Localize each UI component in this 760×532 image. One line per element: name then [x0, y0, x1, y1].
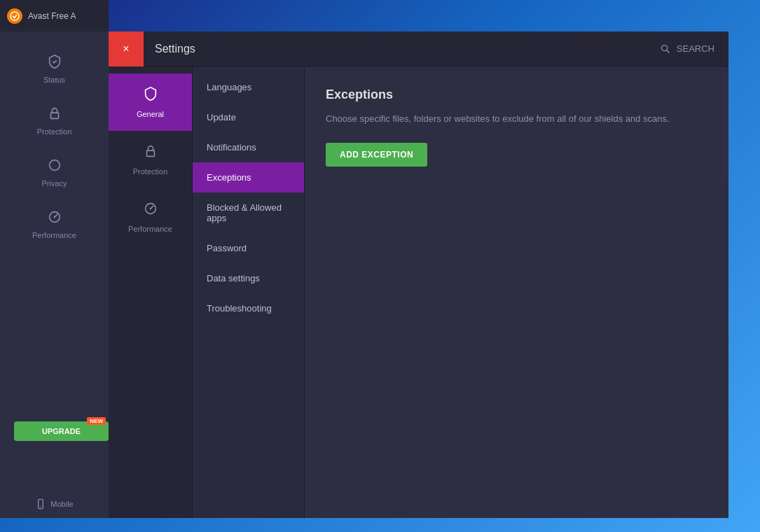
settings-body: General Protection	[109, 66, 728, 518]
sidebar-performance-label: Performance	[32, 231, 76, 239]
categories-panel: General Protection	[109, 66, 193, 518]
sidebar-status-label: Status	[43, 76, 65, 84]
sidebar-item-protection[interactable]: Protection	[0, 94, 109, 146]
content-description: Choose specific files, folders or websit…	[326, 112, 707, 126]
menu-blocked-allowed-apps[interactable]: Blocked & Allowed apps	[193, 192, 304, 233]
general-label: General	[137, 110, 164, 118]
sidebar-mobile-button[interactable]: Mobile	[0, 498, 109, 510]
upgrade-button[interactable]: NEW UPGRADE	[14, 421, 109, 441]
protection-icon	[45, 104, 64, 123]
sidebar-navigation: Status Protection Privacy	[0, 38, 109, 249]
menu-languages[interactable]: Languages	[193, 72, 304, 102]
sidebar-item-status[interactable]: Status	[0, 42, 109, 94]
status-icon	[45, 52, 64, 71]
sidebar-item-performance[interactable]: Performance	[0, 197, 109, 249]
performance-icon	[45, 207, 64, 227]
close-icon: ×	[123, 43, 129, 55]
avast-logo-icon	[7, 8, 22, 24]
menu-update[interactable]: Update	[193, 102, 304, 132]
svg-rect-8	[146, 150, 154, 156]
upgrade-badge: NEW	[87, 417, 106, 425]
menu-troubleshooting[interactable]: Troubleshooting	[193, 293, 304, 323]
svg-point-2	[49, 160, 60, 171]
search-label: SEARCH	[677, 43, 714, 54]
search-icon	[660, 43, 671, 55]
menu-password[interactable]: Password	[193, 233, 304, 263]
avast-sidebar: Status Protection Privacy	[0, 31, 109, 518]
protection-cat-label: Protection	[133, 167, 168, 176]
performance-cat-icon	[143, 201, 158, 219]
menu-panel: Languages Update Notifications Exception…	[193, 66, 305, 518]
svg-point-6	[41, 506, 41, 507]
content-panel: Exceptions Choose specific files, folder…	[305, 66, 728, 518]
content-title: Exceptions	[326, 88, 707, 102]
menu-data-settings[interactable]: Data settings	[193, 263, 304, 293]
settings-title: Settings	[144, 43, 660, 55]
svg-point-0	[11, 12, 19, 20]
category-general[interactable]: General	[109, 74, 192, 131]
upgrade-label: UPGRADE	[42, 427, 81, 435]
performance-cat-label: Performance	[128, 225, 172, 233]
category-protection[interactable]: Protection	[109, 131, 192, 188]
add-exception-button[interactable]: ADD EXCEPTION	[326, 143, 427, 167]
mobile-label: Mobile	[50, 500, 73, 508]
avast-logo-bar: Avast Free A	[0, 0, 109, 31]
protection-cat-icon	[143, 144, 158, 162]
menu-exceptions[interactable]: Exceptions	[193, 162, 304, 192]
settings-window: × Settings SEARCH General	[109, 31, 728, 518]
sidebar-protection-label: Protection	[37, 127, 72, 136]
menu-notifications[interactable]: Notifications	[193, 132, 304, 162]
settings-header: × Settings SEARCH	[109, 31, 728, 66]
avast-logo-text: Avast Free A	[28, 11, 76, 21]
general-icon	[143, 86, 158, 104]
close-button[interactable]: ×	[109, 31, 144, 66]
sidebar-privacy-label: Privacy	[41, 179, 67, 188]
svg-point-4	[53, 216, 55, 218]
svg-point-7	[661, 45, 667, 50]
svg-rect-5	[39, 499, 43, 508]
sidebar-item-privacy[interactable]: Privacy	[0, 146, 109, 197]
svg-point-10	[149, 208, 151, 210]
search-area[interactable]: SEARCH	[660, 43, 728, 55]
svg-rect-1	[50, 113, 58, 118]
category-performance[interactable]: Performance	[109, 188, 192, 246]
privacy-icon	[45, 155, 64, 175]
